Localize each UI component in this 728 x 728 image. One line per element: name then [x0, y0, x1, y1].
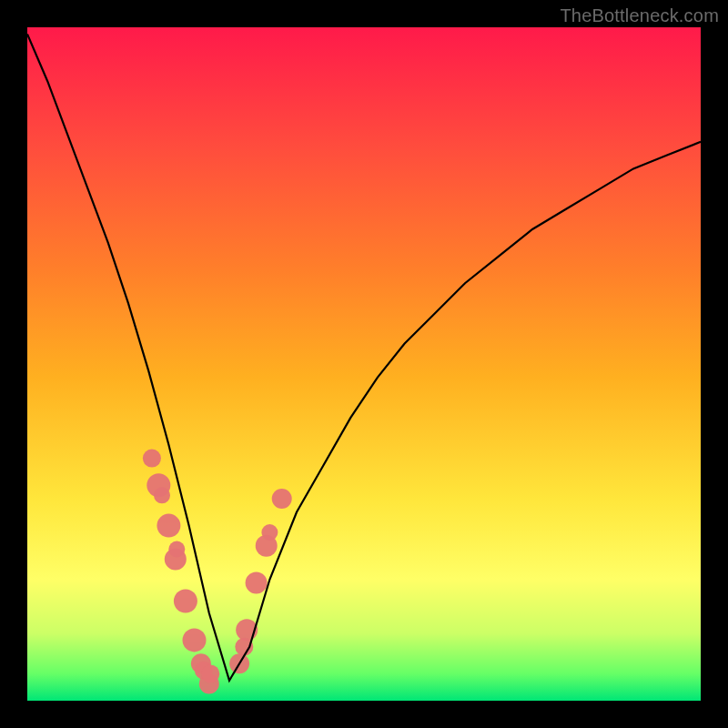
highlight-dot	[174, 590, 197, 613]
highlight-dot	[154, 487, 170, 503]
highlight-dot	[246, 572, 268, 594]
highlight-dot	[272, 489, 292, 509]
highlight-dot	[157, 514, 180, 538]
chart-frame: TheBottleneck.com	[0, 0, 728, 728]
chart-svg	[27, 27, 701, 701]
highlight-dot	[143, 450, 161, 468]
highlight-dot	[183, 628, 207, 652]
highlight-dots	[143, 450, 292, 694]
plot-area	[27, 27, 701, 701]
highlight-dot	[201, 664, 219, 682]
highlight-dot	[261, 524, 278, 541]
bottleneck-curve	[27, 34, 701, 680]
watermark-text: TheBottleneck.com	[560, 5, 719, 26]
highlight-dot	[168, 541, 185, 558]
